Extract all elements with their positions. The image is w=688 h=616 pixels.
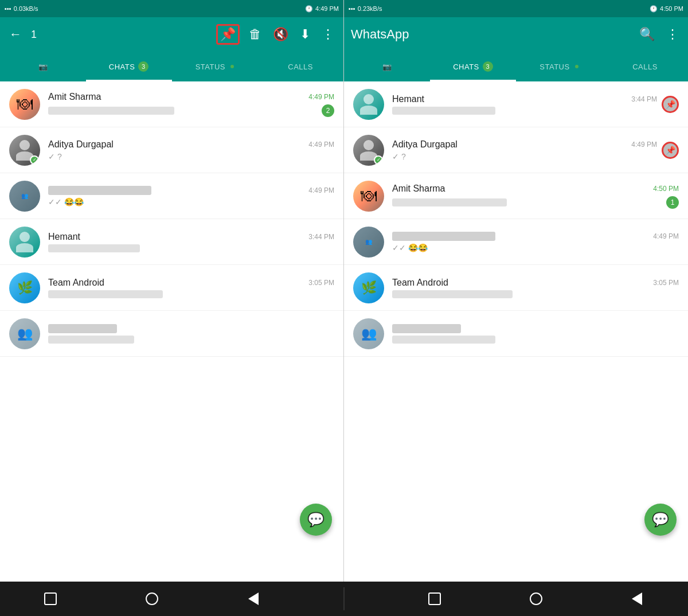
chat-name-blurred <box>48 324 117 333</box>
chat-content-amit: Amit Sharma 4:49 PM 2 <box>48 92 334 117</box>
pin-button[interactable]: 📌 <box>216 24 240 45</box>
right-chat-time-group: 4:49 PM <box>653 232 679 240</box>
right-chat-content-group: 4:49 PM ✓✓ 😂😂 <box>392 232 679 252</box>
chat-name-hemant: Hemant <box>48 232 80 242</box>
left-calls-label: CALLS <box>288 63 313 71</box>
right-chat-preview-blurred <box>392 336 495 344</box>
left-chat-item-hemant[interactable]: Hemant 3:44 PM <box>0 219 343 265</box>
avatar-team: 🌿 <box>9 272 40 303</box>
right-avatar-aditya: ✓ <box>353 135 384 166</box>
hemant-pin-badge: 📌 <box>662 96 679 113</box>
right-chat-item-aditya[interactable]: ✓ Aditya Durgapal 4:49 PM ✓ ? 📌 <box>344 127 688 173</box>
nav-circle-right[interactable] <box>525 587 548 610</box>
right-camera-tab[interactable]: 📷 <box>344 52 430 81</box>
left-tab-chats[interactable]: CHATS 3 <box>86 52 172 81</box>
right-chat-preview-hemant <box>392 107 495 115</box>
avatar-aditya: ✓ <box>9 135 40 166</box>
left-chat-item-amit[interactable]: 🍽 Amit Sharma 4:49 PM 2 <box>0 81 343 127</box>
left-time: 4:49 PM <box>315 5 339 12</box>
right-clock-icon: 🕐 <box>650 5 658 13</box>
right-status-left: ▪▪▪ 0.23kB/s <box>349 5 382 12</box>
circle-icon-left <box>146 592 158 605</box>
right-chat-item-team[interactable]: 🌿 Team Android 3:05 PM <box>344 265 688 311</box>
search-button[interactable]: 🔍 <box>637 25 657 44</box>
chat-name-group-blurred <box>48 186 151 195</box>
nav-square-left[interactable] <box>39 587 62 610</box>
chat-content-aditya: Aditya Durgapal 4:49 PM ✓ ? <box>48 139 334 161</box>
right-avatar-hemant <box>353 89 384 120</box>
selection-count: 1 <box>31 29 37 41</box>
right-chat-item-hemant[interactable]: Hemant 3:44 PM 📌 <box>344 81 688 127</box>
left-chat-item-blurred[interactable]: 👥 <box>0 311 343 357</box>
chat-time-aditya: 4:49 PM <box>308 141 334 149</box>
right-chat-content-hemant: Hemant 3:44 PM <box>392 94 657 115</box>
right-chat-item-amit[interactable]: 🍽 Amit Sharma 4:50 PM 1 <box>344 173 688 219</box>
left-fab[interactable]: 💬 <box>300 504 332 536</box>
chat-content-hemant: Hemant 3:44 PM <box>48 232 334 252</box>
left-status-right: 🕐 4:49 PM <box>305 5 339 13</box>
right-tab-chats[interactable]: CHATS 3 <box>430 52 516 81</box>
right-avatar-team: 🌿 <box>353 272 384 303</box>
right-chat-time-team: 3:05 PM <box>653 279 679 287</box>
chat-name-aditya: Aditya Durgapal <box>48 139 114 150</box>
right-chat-preview-aditya: ✓ ? <box>392 152 657 161</box>
left-tab-status[interactable]: STATUS <box>172 52 258 81</box>
nav-back-right[interactable] <box>626 587 648 610</box>
right-chat-content-team: Team Android 3:05 PM <box>392 278 679 298</box>
avatar-group: 👥 <box>9 181 40 212</box>
mute-button[interactable]: 🔇 <box>271 25 291 44</box>
right-chat-preview-team <box>392 290 513 298</box>
right-more-button[interactable]: ⋮ <box>664 25 681 44</box>
left-chat-item-aditya[interactable]: ✓ Aditya Durgapal 4:49 PM ✓ ? <box>0 127 343 173</box>
right-chat-name-blurred <box>392 324 461 333</box>
avatar-blurred: 👥 <box>9 318 40 349</box>
right-chat-name-amit: Amit Sharma <box>392 184 445 194</box>
chat-time-hemant: 3:44 PM <box>308 233 334 241</box>
aditya-pin-badge: 📌 <box>662 142 679 159</box>
bottom-nav <box>0 582 688 616</box>
chat-content-team: Team Android 3:05 PM <box>48 278 334 298</box>
chat-preview-group: ✓✓ 😂😂 <box>48 197 334 206</box>
right-chat-time-hemant: 3:44 PM <box>631 95 657 103</box>
right-fab[interactable]: 💬 <box>644 504 677 536</box>
right-screen: ▪▪▪ 0.23kB/s 🕐 4:50 PM WhatsApp 🔍 ⋮ 📷 CH… <box>344 0 688 582</box>
back-button[interactable]: ← <box>7 25 24 44</box>
right-tab-status[interactable]: STATUS <box>516 52 602 81</box>
chat-time-amit: 4:49 PM <box>308 93 334 101</box>
left-chat-item-team[interactable]: 🌿 Team Android 3:05 PM <box>0 265 343 311</box>
camera-icon: 📷 <box>38 63 48 71</box>
chat-name-amit: Amit Sharma <box>48 92 101 102</box>
chat-preview-aditya: ✓ ? <box>48 152 334 161</box>
right-chat-list: Hemant 3:44 PM 📌 ✓ <box>344 81 688 582</box>
right-chat-content-aditya: Aditya Durgapal 4:49 PM ✓ ? <box>392 139 657 161</box>
archive-button[interactable]: ⬇ <box>298 25 312 44</box>
right-tab-bar: 📷 CHATS 3 STATUS CALLS <box>344 52 688 81</box>
delete-button[interactable]: 🗑 <box>247 25 264 44</box>
nav-circle-left[interactable] <box>140 587 163 610</box>
right-chat-name-hemant: Hemant <box>392 94 424 104</box>
right-status-bar: ▪▪▪ 0.23kB/s 🕐 4:50 PM <box>344 0 688 17</box>
nav-square-right[interactable] <box>423 587 446 610</box>
right-chats-badge: 3 <box>483 61 493 72</box>
more-button[interactable]: ⋮ <box>319 25 337 44</box>
square-icon-left <box>44 592 57 605</box>
aditya-status: ✓ <box>30 155 39 165</box>
nav-back-left[interactable] <box>242 587 265 610</box>
left-camera-tab[interactable]: 📷 <box>0 52 86 81</box>
chat-content-blurred <box>48 324 334 344</box>
left-action-bar: ← 1 📌 🗑 🔇 ⬇ ⋮ <box>0 17 343 52</box>
right-status-right: 🕐 4:50 PM <box>650 5 683 13</box>
fab-icon: 💬 <box>307 512 325 528</box>
right-chat-content-blurred <box>392 324 679 344</box>
right-chat-item-group[interactable]: 👥 4:49 PM ✓✓ 😂😂 <box>344 219 688 265</box>
left-chat-item-group[interactable]: 👥 4:49 PM ✓✓ 😂😂 <box>0 173 343 219</box>
right-status-label: STATUS <box>540 63 569 71</box>
right-chat-item-blurred[interactable]: 👥 <box>344 311 688 357</box>
right-data-speed: 0.23kB/s <box>358 5 382 12</box>
left-tab-calls[interactable]: CALLS <box>257 52 343 81</box>
right-status-dot <box>575 65 578 68</box>
left-screen: ▪▪▪ 0.03kB/s 🕐 4:49 PM ← 1 📌 🗑 🔇 ⬇ ⋮ 📷 <box>0 0 344 582</box>
right-tab-calls[interactable]: CALLS <box>602 52 688 81</box>
left-status-label: STATUS <box>196 63 225 71</box>
back-icon-right <box>632 592 642 605</box>
